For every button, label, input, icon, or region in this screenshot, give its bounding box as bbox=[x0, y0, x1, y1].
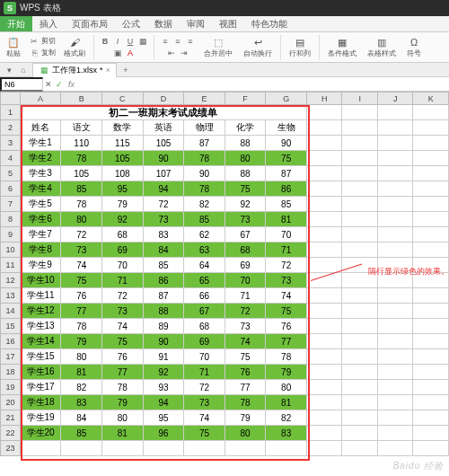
cell[interactable]: 90 bbox=[184, 166, 225, 181]
cell[interactable]: 64 bbox=[184, 258, 225, 273]
cell[interactable]: 化学 bbox=[224, 120, 266, 136]
cell[interactable]: 70 bbox=[184, 349, 225, 365]
cell[interactable]: 学生19 bbox=[20, 410, 61, 426]
cell[interactable] bbox=[342, 181, 377, 197]
cell[interactable]: 学生14 bbox=[20, 334, 61, 349]
cell[interactable]: 72 bbox=[224, 304, 266, 319]
cell[interactable] bbox=[413, 212, 449, 227]
cell[interactable]: 81 bbox=[102, 426, 144, 441]
cell[interactable]: 72 bbox=[266, 258, 307, 273]
row-header-1[interactable]: 1 bbox=[1, 105, 21, 120]
cell[interactable] bbox=[377, 334, 412, 349]
cell[interactable]: 学生12 bbox=[20, 304, 61, 319]
cell[interactable]: 74 bbox=[184, 410, 225, 426]
cut-icon[interactable]: ✂ bbox=[29, 36, 40, 47]
home-icon[interactable]: ⌂ bbox=[18, 65, 29, 75]
cell[interactable] bbox=[413, 227, 449, 242]
col-header-I[interactable]: I bbox=[342, 93, 377, 105]
cell[interactable]: 87 bbox=[143, 288, 184, 304]
cell[interactable]: 85 bbox=[61, 181, 102, 197]
cell[interactable]: 86 bbox=[143, 273, 184, 288]
document-tab[interactable]: ▦ 工作簿1.xlsx * × bbox=[32, 63, 117, 77]
wrap-button[interactable]: ↩ 自动换行 bbox=[241, 35, 275, 59]
row-header-13[interactable]: 13 bbox=[1, 288, 21, 304]
cell[interactable]: 69 bbox=[224, 258, 266, 273]
cell[interactable]: 69 bbox=[184, 334, 225, 349]
cell[interactable]: 72 bbox=[61, 227, 102, 242]
row-header-16[interactable]: 16 bbox=[1, 334, 21, 349]
cell[interactable]: 91 bbox=[143, 349, 184, 365]
cell[interactable]: 80 bbox=[61, 212, 102, 227]
menu-tab-2[interactable]: 页面布局 bbox=[65, 16, 115, 31]
cell[interactable]: 生物 bbox=[266, 120, 307, 136]
cell[interactable]: 92 bbox=[224, 197, 266, 212]
cell[interactable] bbox=[413, 349, 449, 365]
cell[interactable]: 85 bbox=[266, 197, 307, 212]
cell[interactable]: 77 bbox=[61, 304, 102, 319]
cell[interactable] bbox=[413, 365, 449, 380]
menu-tab-1[interactable]: 插入 bbox=[32, 16, 65, 31]
cell[interactable]: 学生2 bbox=[20, 151, 61, 166]
cell[interactable] bbox=[413, 242, 449, 258]
close-icon[interactable]: × bbox=[106, 66, 110, 75]
cell[interactable]: 79 bbox=[266, 365, 307, 380]
paste-button[interactable]: 📋 粘贴 bbox=[4, 35, 23, 59]
fill-color-icon[interactable]: ▣ bbox=[112, 48, 123, 58]
copy-label[interactable]: 复制 bbox=[41, 48, 56, 58]
cell[interactable] bbox=[413, 288, 449, 304]
menu-tab-0[interactable]: 开始 bbox=[0, 16, 32, 31]
row-header-2[interactable]: 2 bbox=[1, 120, 21, 136]
indent-left-icon[interactable]: ⇤ bbox=[166, 48, 177, 58]
cell[interactable] bbox=[20, 441, 61, 456]
select-all-corner[interactable] bbox=[1, 93, 21, 105]
row-header-5[interactable]: 5 bbox=[1, 166, 21, 181]
font-color-icon[interactable]: A bbox=[125, 48, 136, 58]
row-header-23[interactable]: 23 bbox=[1, 441, 21, 456]
col-header-G[interactable]: G bbox=[266, 93, 307, 105]
cell[interactable] bbox=[306, 242, 342, 258]
cell[interactable] bbox=[413, 380, 449, 395]
cell[interactable]: 76 bbox=[224, 365, 266, 380]
cell[interactable] bbox=[306, 136, 342, 151]
cell[interactable]: 105 bbox=[143, 136, 184, 151]
cell[interactable]: 92 bbox=[102, 212, 144, 227]
col-header-B[interactable]: B bbox=[61, 93, 102, 105]
cell[interactable] bbox=[377, 395, 412, 410]
cell[interactable]: 79 bbox=[102, 395, 144, 410]
cell[interactable]: 82 bbox=[61, 380, 102, 395]
row-header-12[interactable]: 12 bbox=[1, 273, 21, 288]
cell[interactable] bbox=[377, 227, 412, 242]
format-painter-button[interactable]: 🖌 格式刷 bbox=[61, 35, 88, 59]
cell[interactable] bbox=[413, 334, 449, 349]
cell[interactable]: 82 bbox=[266, 410, 307, 426]
cell[interactable] bbox=[102, 441, 144, 456]
cell[interactable] bbox=[377, 365, 412, 380]
cell[interactable]: 73 bbox=[102, 304, 144, 319]
row-header-18[interactable]: 18 bbox=[1, 365, 21, 380]
cell[interactable]: 学生4 bbox=[20, 181, 61, 197]
cell[interactable]: 90 bbox=[143, 334, 184, 349]
cell[interactable] bbox=[306, 212, 342, 227]
cell[interactable]: 73 bbox=[184, 395, 225, 410]
cell[interactable] bbox=[377, 319, 412, 334]
col-header-E[interactable]: E bbox=[184, 93, 225, 105]
cell[interactable]: 75 bbox=[266, 151, 307, 166]
cell[interactable]: 92 bbox=[143, 365, 184, 380]
cond-format-button[interactable]: ▦ 条件格式 bbox=[325, 35, 359, 59]
menu-tab-6[interactable]: 视图 bbox=[212, 16, 244, 31]
cell[interactable]: 110 bbox=[61, 136, 102, 151]
cell[interactable] bbox=[413, 151, 449, 166]
cell[interactable]: 学生13 bbox=[20, 319, 61, 334]
cell[interactable] bbox=[342, 304, 377, 319]
cell[interactable]: 学生9 bbox=[20, 258, 61, 273]
cell[interactable]: 72 bbox=[143, 197, 184, 212]
cell[interactable] bbox=[306, 319, 342, 334]
cell[interactable]: 115 bbox=[102, 136, 144, 151]
cell[interactable] bbox=[377, 242, 412, 258]
cell[interactable]: 74 bbox=[266, 288, 307, 304]
border-icon[interactable]: ▦ bbox=[137, 36, 148, 47]
cell[interactable]: 69 bbox=[102, 242, 144, 258]
cell[interactable]: 学生1 bbox=[20, 136, 61, 151]
cell[interactable]: 90 bbox=[266, 136, 307, 151]
cell[interactable]: 81 bbox=[266, 395, 307, 410]
